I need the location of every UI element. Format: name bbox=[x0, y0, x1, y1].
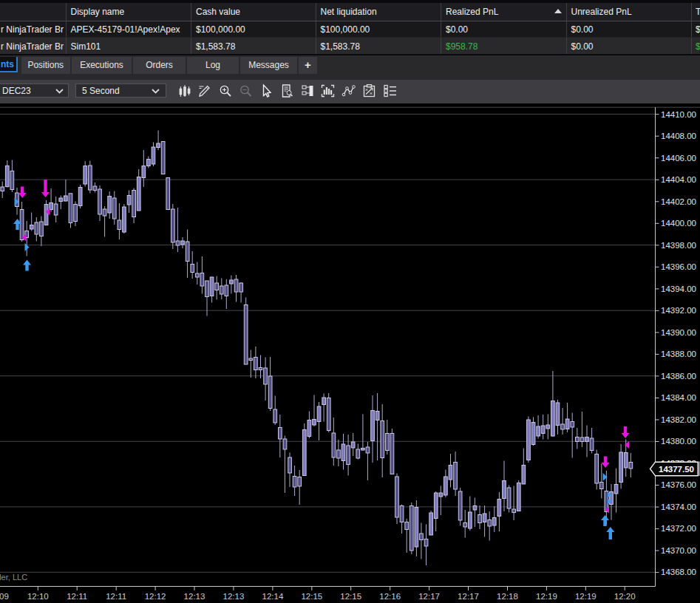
svg-text:12:17: 12:17 bbox=[458, 592, 479, 601]
svg-text:14382.00: 14382.00 bbox=[661, 415, 696, 424]
svg-text:12:16: 12:16 bbox=[379, 592, 401, 601]
svg-text:14390.00: 14390.00 bbox=[661, 328, 696, 337]
svg-text:12:13: 12:13 bbox=[184, 592, 205, 601]
svg-text:14410.00: 14410.00 bbox=[661, 110, 696, 119]
svg-text:12:11: 12:11 bbox=[106, 592, 126, 601]
svg-text:12:20: 12:20 bbox=[614, 592, 636, 601]
svg-text:14388.00: 14388.00 bbox=[661, 350, 696, 358]
svg-text:09: 09 bbox=[0, 592, 9, 601]
svg-text:12:12: 12:12 bbox=[145, 592, 166, 601]
svg-text:14384.00: 14384.00 bbox=[661, 393, 696, 402]
svg-text:14406.00: 14406.00 bbox=[661, 154, 696, 163]
svg-text:14402.00: 14402.00 bbox=[661, 197, 696, 206]
svg-text:14370.00: 14370.00 bbox=[661, 546, 696, 555]
svg-text:14386.00: 14386.00 bbox=[661, 372, 696, 381]
svg-text:14392.00: 14392.00 bbox=[661, 306, 696, 315]
svg-text:14408.00: 14408.00 bbox=[661, 132, 696, 140]
svg-text:12:18: 12:18 bbox=[497, 592, 518, 601]
svg-text:14368.00: 14368.00 bbox=[661, 568, 696, 576]
svg-text:14394.00: 14394.00 bbox=[661, 285, 696, 293]
svg-text:12:15: 12:15 bbox=[301, 592, 322, 601]
svg-text:12:11: 12:11 bbox=[67, 592, 87, 601]
svg-text:14396.00: 14396.00 bbox=[661, 262, 696, 271]
svg-text:12:19: 12:19 bbox=[575, 592, 597, 601]
svg-text:der, LLC: der, LLC bbox=[0, 573, 27, 582]
svg-text:12:14: 12:14 bbox=[262, 592, 284, 601]
svg-text:14404.00: 14404.00 bbox=[661, 175, 696, 184]
svg-text:14400.00: 14400.00 bbox=[661, 219, 696, 228]
svg-text:14398.00: 14398.00 bbox=[661, 241, 696, 250]
svg-text:14380.00: 14380.00 bbox=[661, 437, 696, 446]
svg-text:14372.00: 14372.00 bbox=[661, 524, 696, 533]
svg-text:14377.50: 14377.50 bbox=[659, 465, 694, 474]
svg-text:12:19: 12:19 bbox=[536, 592, 557, 601]
svg-text:14374.00: 14374.00 bbox=[661, 502, 696, 511]
svg-text:12:15: 12:15 bbox=[340, 592, 361, 601]
svg-text:14376.00: 14376.00 bbox=[661, 480, 696, 489]
svg-text:12:13: 12:13 bbox=[223, 592, 245, 601]
svg-text:12:10: 12:10 bbox=[27, 592, 49, 601]
svg-text:12:17: 12:17 bbox=[418, 592, 440, 601]
